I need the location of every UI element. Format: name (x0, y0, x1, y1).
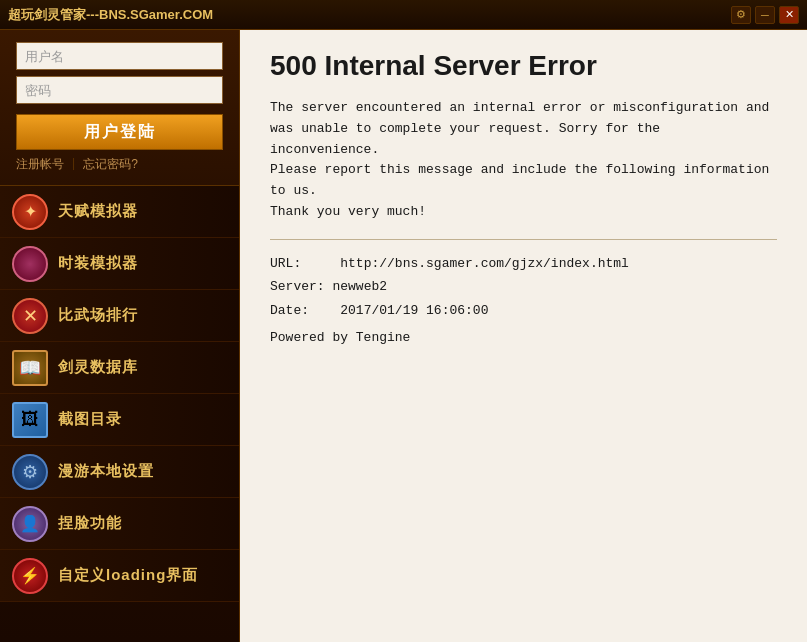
forgot-link[interactable]: 忘记密码? (83, 156, 138, 173)
screenshot-icon (12, 402, 48, 438)
username-input[interactable] (16, 42, 223, 70)
error-content: 500 Internal Server Error The server enc… (240, 30, 807, 642)
close-button[interactable]: ✕ (779, 6, 799, 24)
error-server: Server: newweb2 (270, 275, 777, 298)
nav-item-fashion[interactable]: 时装模拟器 (0, 238, 239, 290)
window-controls: ⚙ ─ ✕ (731, 6, 799, 24)
server-value: newweb2 (332, 279, 387, 294)
battle-icon (12, 298, 48, 334)
date-label: Date: (270, 303, 332, 318)
url-value: http://bns.sgamer.com/gjzx/index.html (340, 256, 629, 271)
localsettings-icon (12, 454, 48, 490)
nav-item-face[interactable]: 捏脸功能 (0, 498, 239, 550)
register-link[interactable]: 注册帐号 (16, 156, 64, 173)
title-bar: 超玩剑灵管家---BNS.SGamer.COM ⚙ ─ ✕ (0, 0, 807, 30)
face-icon (12, 506, 48, 542)
error-title: 500 Internal Server Error (270, 50, 777, 82)
minimize-button[interactable]: ─ (755, 6, 775, 24)
error-body: The server encountered an internal error… (270, 98, 777, 223)
loading-icon (12, 558, 48, 594)
main-container: 用户登陆 注册帐号 | 忘记密码? 天赋模拟器 时装模拟器 比武场排行 (0, 30, 807, 642)
separator: | (72, 156, 75, 173)
error-powered: Powered by Tengine (270, 330, 777, 345)
nav-item-localsettings[interactable]: 漫游本地设置 (0, 446, 239, 498)
right-panel: 500 Internal Server Error The server enc… (240, 30, 807, 642)
login-area: 用户登陆 注册帐号 | 忘记密码? (0, 30, 239, 186)
nav-label-fashion: 时装模拟器 (58, 254, 138, 273)
error-date: Date: 2017/01/19 16:06:00 (270, 299, 777, 322)
talent-icon (12, 194, 48, 230)
nav-label-screenshot: 截图目录 (58, 410, 122, 429)
nav-label-talent: 天赋模拟器 (58, 202, 138, 221)
settings-button[interactable]: ⚙ (731, 6, 751, 24)
nav-menu: 天赋模拟器 时装模拟器 比武场排行 剑灵数据库 截图目录 漫游本地设置 (0, 186, 239, 642)
date-value: 2017/01/19 16:06:00 (340, 303, 488, 318)
nav-label-localsettings: 漫游本地设置 (58, 462, 154, 481)
login-links: 注册帐号 | 忘记密码? (16, 156, 223, 173)
left-panel: 用户登陆 注册帐号 | 忘记密码? 天赋模拟器 时装模拟器 比武场排行 (0, 30, 240, 642)
app-title: 超玩剑灵管家---BNS.SGamer.COM (8, 6, 213, 24)
nav-item-screenshot[interactable]: 截图目录 (0, 394, 239, 446)
login-button[interactable]: 用户登陆 (16, 114, 223, 150)
server-label: Server: (270, 279, 332, 294)
nav-label-loading: 自定义loading界面 (58, 566, 198, 585)
nav-label-battle: 比武场排行 (58, 306, 138, 325)
nav-item-loading[interactable]: 自定义loading界面 (0, 550, 239, 602)
nav-item-battle[interactable]: 比武场排行 (0, 290, 239, 342)
db-icon (12, 350, 48, 386)
error-url: URL: http://bns.sgamer.com/gjzx/index.ht… (270, 252, 777, 275)
password-input[interactable] (16, 76, 223, 104)
fashion-icon (12, 246, 48, 282)
error-details: URL: http://bns.sgamer.com/gjzx/index.ht… (270, 239, 777, 322)
nav-item-db[interactable]: 剑灵数据库 (0, 342, 239, 394)
url-label: URL: (270, 256, 332, 271)
nav-label-db: 剑灵数据库 (58, 358, 138, 377)
nav-label-face: 捏脸功能 (58, 514, 122, 533)
nav-item-talent[interactable]: 天赋模拟器 (0, 186, 239, 238)
